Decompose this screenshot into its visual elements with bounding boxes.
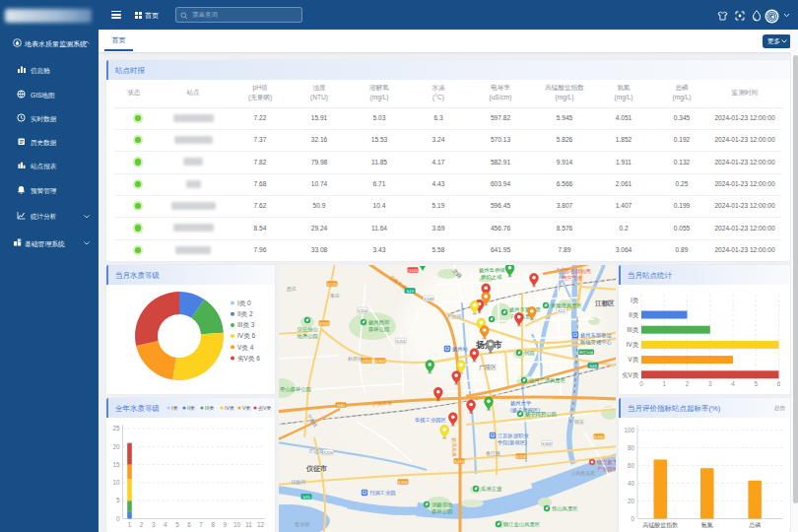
svg-text:20: 20 [112,443,120,450]
svg-text:0: 0 [631,515,634,522]
svg-text:7: 7 [199,521,203,528]
svg-text:镇江新下: 镇江新下 [597,459,616,465]
svg-text:扬州市观风唐: 扬州市观风唐 [509,306,541,313]
svg-text:S35: S35 [302,495,310,499]
svg-text:G40: G40 [337,403,346,408]
svg-text:劣V类: 劣V类 [258,405,271,412]
svg-text:II类: II类 [629,311,638,318]
svg-text:地质公园: 地质公园 [296,333,317,340]
svg-text:V类 4: V类 4 [237,344,254,351]
svg-text:K22: K22 [558,308,565,313]
svg-text:高锰酸盐指数: 高锰酸盐指数 [642,521,678,529]
svg-text:15: 15 [112,461,120,468]
svg-text:III类: III类 [627,326,638,333]
svg-text:S48: S48 [589,364,597,368]
svg-text:40: 40 [628,480,635,487]
svg-text:I类 0: I类 0 [237,299,251,306]
svg-text:S326: S326 [398,480,408,485]
svg-text:枣山森林公园: 枣山森林公园 [280,386,311,393]
svg-text:5: 5 [116,497,120,503]
svg-text:黄泰湾风景区: 黄泰湾风景区 [551,302,582,309]
svg-text:焦山风景区: 焦山风景区 [552,505,578,511]
svg-text:2: 2 [140,521,144,528]
svg-text:25: 25 [112,425,120,432]
svg-text:营业镇: 营业镇 [295,521,309,528]
svg-text:广陵区: 广陵区 [479,364,497,370]
svg-text:10: 10 [233,521,241,528]
svg-text:10: 10 [112,479,120,486]
svg-text:枢纽交通中心: 枢纽交通中心 [580,339,612,345]
svg-text:8: 8 [211,521,215,528]
svg-text:6: 6 [777,380,781,387]
svg-text:扬州站: 扬州站 [452,346,469,353]
svg-text:1: 1 [662,380,666,387]
svg-text:I类: I类 [631,297,639,303]
svg-text:运河三湾风景区: 运河三湾风景区 [529,377,566,383]
svg-text:IV类 6: IV类 6 [237,332,255,339]
svg-text:镇江金山风景区: 镇江金山风景区 [503,521,541,527]
svg-text:劣V类: 劣V类 [622,371,638,379]
svg-text:0: 0 [639,380,643,387]
svg-text:1: 1 [128,521,132,528]
svg-text:II类: II类 [187,405,195,411]
svg-text:总磷: 总磷 [748,522,761,528]
svg-text:III类 3: III类 3 [237,321,255,328]
svg-text:刊淌工业园: 刊淌工业园 [369,490,395,497]
svg-text:G345: G345 [408,268,419,273]
svg-text:仪征市: 仪征市 [305,464,327,473]
svg-text:产业园区: 产业园区 [597,466,616,473]
svg-text:5: 5 [754,380,758,387]
svg-text:4: 4 [164,521,167,528]
svg-text:(扬子津校区): (扬子津校区) [510,407,540,414]
svg-text:X338: X338 [424,297,433,301]
svg-text:S363: S363 [375,359,385,364]
svg-text:西庄: 西庄 [287,286,297,293]
svg-text:9: 9 [224,521,228,528]
svg-text:3: 3 [708,380,712,387]
svg-text:S243: S243 [454,459,464,464]
svg-text:I类: I类 [171,405,177,411]
svg-text:瓜洲古渡: 瓜洲古渡 [481,486,502,493]
svg-text:80: 80 [628,444,635,451]
svg-text:III类: III类 [205,405,214,411]
svg-text:2: 2 [686,380,690,387]
svg-text:森林公园: 森林公园 [368,326,389,333]
svg-text:4: 4 [731,380,735,387]
svg-text:60: 60 [628,462,635,469]
svg-text:IV类: IV类 [225,405,234,411]
svg-text:S336: S336 [594,434,604,439]
svg-text:6: 6 [187,521,191,528]
svg-text:朱庄: 朱庄 [330,293,340,299]
svg-text:沿江高速: 沿江高速 [578,350,593,355]
svg-text:春江路: 春江路 [486,450,500,457]
svg-text:镇安: 镇安 [574,419,584,425]
svg-text:3: 3 [152,521,156,528]
svg-text:闸管理所: 闸管理所 [562,275,582,282]
svg-text:12: 12 [257,521,265,528]
svg-text:X204: X204 [358,308,367,313]
svg-text:S332: S332 [362,359,371,364]
svg-text:II类 2: II类 2 [237,310,253,317]
svg-text:S49: S49 [406,289,414,294]
svg-text:江都区: 江都区 [595,299,615,307]
svg-text:100: 100 [624,427,634,433]
svg-text:朴席镇: 朴席镇 [347,356,363,362]
svg-text:IV类: IV类 [627,341,639,348]
svg-text:何园: 何园 [524,350,535,357]
svg-text:V类: V类 [242,405,250,411]
svg-text:梦幻之城: 梦幻之城 [481,274,502,281]
svg-text:S125: S125 [327,282,337,287]
svg-text:20: 20 [628,498,635,504]
svg-text:X305: X305 [542,441,552,446]
svg-text:V类: V类 [629,356,639,363]
svg-text:11: 11 [245,521,252,528]
svg-text:学院(新校区): 学院(新校区) [498,439,527,446]
svg-text:大运河: 大运河 [446,313,461,320]
svg-text:S333: S333 [319,321,329,326]
svg-text:仪扬河: 仪扬河 [291,479,305,486]
svg-text:氨氮: 氨氮 [701,521,713,528]
svg-text:华揽工业园区: 华揽工业园区 [415,417,446,424]
svg-text:0: 0 [116,515,120,522]
svg-text:S328: S328 [516,454,526,459]
svg-text:人民路东延: 人民路东延 [571,470,595,477]
